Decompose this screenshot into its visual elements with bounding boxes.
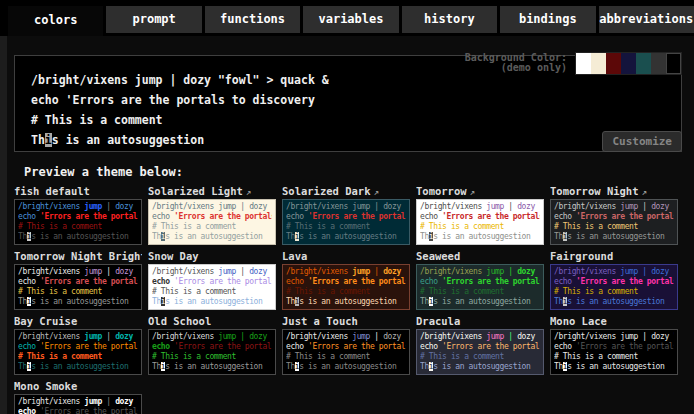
theme-preview-card[interactable]: /bright/vixens jump | dozy "echo 'Errors…	[14, 199, 142, 245]
tab-prompt[interactable]: prompt	[106, 6, 201, 33]
code-token: dozy	[517, 202, 535, 211]
code-line: This is an autosuggestion	[152, 362, 272, 372]
code-token: jump	[84, 202, 102, 211]
code-line: This is an autosuggestion	[286, 297, 406, 307]
theme-cell: Just a Touch/bright/vixens jump | dozy "…	[282, 315, 410, 375]
theme-title[interactable]: Tomorrow Night Bright↗	[14, 250, 142, 263]
external-link-icon[interactable]: ↗	[642, 187, 647, 197]
theme-title: fish default	[14, 185, 142, 198]
tab-functions[interactable]: functions	[205, 6, 300, 33]
code-line: /bright/vixens jump | dozy "	[286, 202, 406, 212]
theme-preview-card[interactable]: /bright/vixens jump | dozy "echo 'Errors…	[148, 264, 276, 310]
code-token: |	[370, 332, 383, 341]
code-token: "	[669, 267, 674, 276]
code-token: |	[102, 397, 115, 406]
background-color-label: Background Color: (demo only)	[465, 53, 567, 73]
code-token: 'Errors are the portals	[40, 342, 138, 351]
code-line: # This is a comment	[286, 352, 406, 362]
tab-abbreviations[interactable]: abbreviations	[599, 6, 694, 33]
code-line: This is an autosuggestion	[18, 232, 138, 242]
theme-title: Seaweed	[416, 250, 544, 263]
theme-title[interactable]: Tomorrow↗	[416, 185, 544, 198]
code-token: Th	[554, 362, 563, 371]
bg-color-swatch[interactable]	[666, 53, 681, 74]
code-line: This is an autosuggestion	[554, 232, 674, 242]
theme-title[interactable]: Solarized Dark↗	[282, 185, 410, 198]
theme-preview-card[interactable]: /bright/vixens jump | dozy "echo 'Errors…	[148, 199, 276, 245]
code-token: Th	[152, 232, 161, 241]
code-token: dozy	[115, 397, 133, 406]
theme-preview-card[interactable]: /bright/vixens jump | dozy "echo 'Errors…	[416, 329, 544, 375]
theme-title: Snow Day	[148, 250, 276, 263]
bg-color-swatch[interactable]	[621, 53, 636, 74]
theme-preview-card[interactable]: /bright/vixens jump | dozy "echo 'Errors…	[14, 264, 142, 310]
theme-title[interactable]: Solarized Light↗	[148, 185, 276, 198]
external-link-icon[interactable]: ↗	[470, 187, 475, 197]
theme-preview-card[interactable]: /bright/vixens jump | dozy "echo 'Errors…	[282, 329, 410, 375]
code-token: Th	[420, 297, 429, 306]
code-line: echo 'Errors are the portals	[554, 277, 674, 287]
code-line: /bright/vixens jump | dozy "	[152, 202, 272, 212]
code-line: # This is a comment	[18, 222, 138, 232]
theme-cell: Solarized Light↗/bright/vixens jump | do…	[148, 185, 276, 245]
bg-color-swatch[interactable]	[606, 53, 621, 74]
code-token: echo	[420, 342, 442, 351]
theme-preview-card[interactable]: /bright/vixens jump | dozy "echo 'Errors…	[282, 264, 410, 310]
code-line: /bright/vixens jump | dozy "	[420, 267, 540, 277]
theme-preview-card[interactable]: /bright/vixens jump | dozy "echo 'Errors…	[14, 394, 142, 414]
code-token: /bright/vixens	[420, 202, 486, 211]
code-token: |	[638, 202, 651, 211]
tab-history[interactable]: history	[402, 6, 497, 33]
code-line: /bright/vixens jump | dozy "	[286, 267, 406, 277]
code-token: jump	[620, 202, 638, 211]
theme-title: Just a Touch	[282, 315, 410, 328]
code-token: 'Errors are the portals	[308, 277, 406, 286]
theme-title: Dracula	[416, 315, 544, 328]
theme-preview-card[interactable]: /bright/vixens jump | dozy "echo 'Errors…	[416, 264, 544, 310]
external-link-icon[interactable]: ↗	[374, 187, 379, 197]
code-token: "	[133, 397, 138, 406]
code-line: echo 'Errors are the portals	[286, 212, 406, 222]
code-line: # This is a comment	[420, 352, 540, 362]
code-token: /bright/vixens	[152, 267, 218, 276]
code-token: "	[535, 267, 540, 276]
code-line: echo 'Errors are the portals	[420, 277, 540, 287]
code-token: s is an autosuggestion	[433, 232, 530, 241]
theme-preview-card[interactable]: /bright/vixens jump | dozy "echo 'Errors…	[14, 329, 142, 375]
bg-color-swatch[interactable]	[576, 53, 591, 74]
code-line: # This is a comment	[420, 287, 540, 297]
theme-preview-card[interactable]: /bright/vixens jump | dozy "echo 'Errors…	[550, 329, 678, 375]
code-token: "	[405, 202, 406, 211]
tab-bindings[interactable]: bindings	[500, 6, 595, 33]
code-token: /bright/vixens	[420, 267, 486, 276]
bg-color-swatch[interactable]	[651, 53, 666, 74]
code-token: dozy	[383, 267, 401, 276]
code-line: # This is a comment	[554, 287, 674, 297]
bg-color-swatch[interactable]	[636, 53, 651, 74]
bg-color-swatch[interactable]	[591, 53, 606, 74]
terminal-sample-text: /bright/vixens jump | dozy "fowl" > quac…	[31, 70, 665, 150]
external-link-icon[interactable]: ↗	[246, 187, 251, 197]
code-token: s is an autosuggestion	[567, 232, 664, 241]
tab-colors[interactable]: colors	[8, 6, 103, 36]
theme-preview-card[interactable]: /bright/vixens jump | dozy "echo 'Errors…	[148, 329, 276, 375]
code-token: Th	[554, 297, 563, 306]
theme-title[interactable]: Tomorrow Night↗	[550, 185, 678, 198]
code-token: "	[401, 267, 406, 276]
code-line: echo 'Errors are the portals	[152, 342, 272, 352]
theme-preview-card[interactable]: /bright/vixens jump | dozy "echo 'Errors…	[550, 199, 678, 245]
theme-preview-card[interactable]: /bright/vixens jump | dozy "echo 'Errors…	[282, 199, 410, 245]
code-token: dozy	[249, 332, 267, 341]
tab-variables[interactable]: variables	[303, 6, 398, 33]
code-token: /bright/vixens	[286, 267, 352, 276]
code-token: 'Errors are the portals	[174, 342, 272, 351]
theme-preview-card[interactable]: /bright/vixens jump | dozy "echo 'Errors…	[550, 264, 678, 310]
code-line: # This is a comment	[286, 287, 406, 297]
code-token: s is an autosuggestion	[433, 362, 530, 371]
code-token: |	[370, 267, 383, 276]
theme-preview-card[interactable]: /bright/vixens jump | dozy "echo 'Errors…	[416, 199, 544, 245]
code-token: 'Errors are the portals	[576, 212, 674, 221]
code-token: jump	[486, 202, 504, 211]
code-line: # This is a comment	[152, 352, 272, 362]
customize-button[interactable]: Customize	[602, 131, 682, 152]
